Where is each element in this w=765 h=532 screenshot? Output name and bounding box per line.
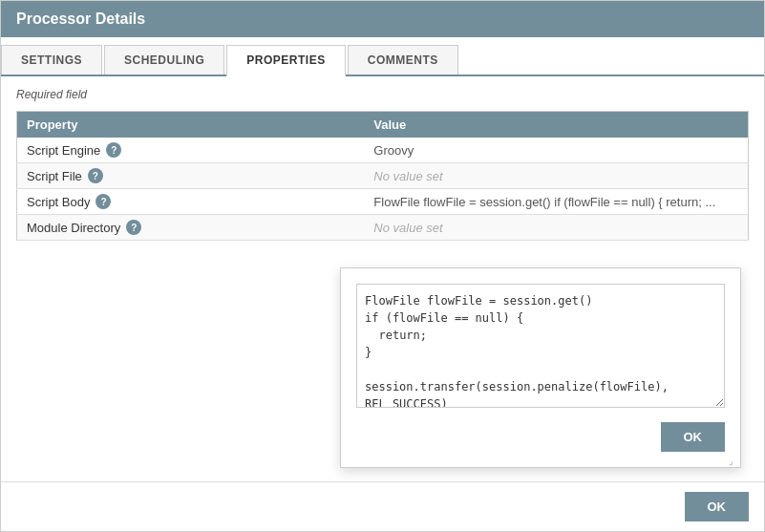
table-row: Script Body ? FlowFile flowFile = sessio… — [17, 189, 749, 215]
tab-scheduling[interactable]: SCHEDULING — [104, 45, 224, 74]
tab-comments[interactable]: COMMENTS — [348, 45, 458, 74]
tab-bar: SETTINGS SCHEDULING PROPERTIES COMMENTS — [1, 37, 764, 76]
dialog-title: Processor Details — [16, 11, 145, 27]
table-row: Script File ? No value set — [17, 163, 749, 189]
module-dir-extra — [729, 215, 749, 241]
script-body-popup: FlowFile flowFile = session.get() if (fl… — [340, 267, 741, 468]
prop-name-cell: Script Engine ? — [17, 138, 365, 163]
tab-properties[interactable]: PROPERTIES — [226, 45, 345, 76]
footer-ok-button[interactable]: OK — [685, 492, 750, 521]
help-icon[interactable]: ? — [88, 168, 103, 183]
processor-details-dialog: Processor Details SETTINGS SCHEDULING PR… — [0, 0, 765, 532]
popup-ok-button[interactable]: OK — [661, 422, 726, 452]
dialog-footer: OK — [1, 481, 764, 531]
resize-handle-icon[interactable]: ⌟ — [729, 456, 738, 465]
prop-name-cell: Script Body ? — [17, 189, 365, 215]
col-actions-header — [729, 112, 749, 138]
script-body-textarea[interactable]: FlowFile flowFile = session.get() if (fl… — [356, 284, 725, 408]
script-body-value[interactable]: FlowFile flowFile = session.get() if (fl… — [364, 189, 728, 215]
tab-settings[interactable]: SETTINGS — [1, 45, 102, 74]
dialog-body: Required field Property Value Script Eng… — [1, 76, 764, 481]
script-engine-label: Script Engine — [27, 143, 100, 158]
prop-name-cell: Module Directory ? — [17, 215, 365, 241]
help-icon[interactable]: ? — [106, 142, 121, 158]
prop-name-cell: Script File ? — [17, 163, 365, 189]
script-file-label: Script File — [27, 169, 82, 183]
col-value-header: Value — [364, 112, 728, 138]
help-icon[interactable]: ? — [126, 220, 141, 235]
properties-table: Property Value Script Engine ? Groovy — [16, 111, 749, 241]
dialog-header: Processor Details — [1, 1, 764, 37]
script-body-extra — [729, 189, 749, 215]
module-dir-value[interactable]: No value set — [364, 215, 728, 241]
script-body-label: Script Body — [27, 195, 90, 209]
required-field-label: Required field — [16, 88, 749, 101]
table-row: Script Engine ? Groovy — [17, 138, 749, 163]
popup-footer: OK — [356, 422, 725, 452]
help-icon[interactable]: ? — [96, 194, 111, 209]
table-row: Module Directory ? No value set — [17, 215, 749, 241]
script-file-extra — [729, 163, 749, 189]
script-file-value[interactable]: No value set — [364, 163, 728, 189]
script-engine-value[interactable]: Groovy — [364, 138, 728, 163]
script-engine-extra — [729, 138, 749, 163]
module-dir-label: Module Directory — [27, 221, 120, 235]
col-property-header: Property — [17, 112, 365, 138]
